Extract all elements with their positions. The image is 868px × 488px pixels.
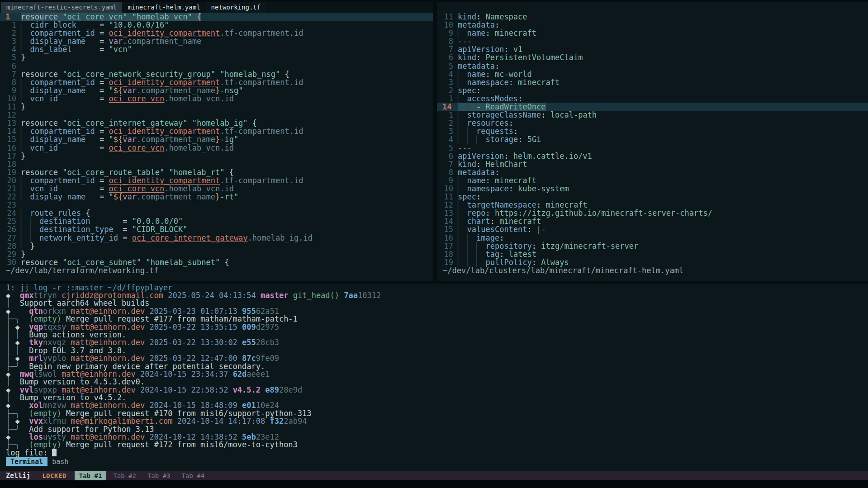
code-line[interactable]: 21▏ vcn_id = oci_core_vcn.homelab_vcn.id [0,185,433,193]
editor-pane-right[interactable]: 11kind: Namespace10metadata:9▏ name: min… [437,2,868,281]
token-df [462,118,467,128]
token-df: = [58,143,109,152]
code-line[interactable]: 1▏ accessModes: [437,95,868,103]
code-line[interactable]: 16▏ ▏ image: [437,234,868,242]
code-line[interactable]: 18 [0,160,433,168]
code-line[interactable]: 7resource "oci_core_network_security_gro… [0,70,433,78]
code-text: kind: HelmChart [458,160,527,168]
line-number: 10 [0,95,16,103]
code-line[interactable]: 10▏ namespace: kube-system [437,185,868,193]
token-key: destination_type [39,225,114,234]
code-line[interactable]: 9▏ display_name = "${var.compartment_nam… [0,86,433,95]
token-mem: .homelab_vcn.id [164,184,234,193]
buffer-tab-minecraft-restic-secrets-yaml[interactable]: minecraft-restic-secrets.yaml [1,2,122,13]
code-line[interactable]: 27▏ ▏ network_entity_id = oci_core_inter… [0,234,433,242]
token-df: : [495,20,499,29]
zellij-tab-2[interactable]: Tab #2 [109,471,141,480]
code-line[interactable]: 2▏ compartment_id = oci_identity_compart… [0,29,433,37]
line-number: 11 [437,13,453,21]
code-line[interactable]: 11spec: [437,193,868,201]
code-line[interactable]: 11} [0,103,433,111]
code-line-current[interactable]: 1resource "oci_core_vcn" "homelab_vcn" { [0,13,433,21]
code-line[interactable]: 4▏ ▏ ▏ storage: 5Gi [437,135,868,143]
shell-prompt-line[interactable]: log file: [6,449,868,457]
buffer-tab-networking-tf[interactable]: networking.tf [206,2,266,13]
code-line[interactable]: 7apiVersion: v1 [437,45,868,53]
code-line[interactable]: 4▏ dns_label = "vcn" [0,45,433,53]
code-line[interactable]: 28▏ } [0,242,433,250]
zellij-tab-1[interactable]: Tab #1 [75,471,107,480]
code-line[interactable]: 15▏ valuesContent: |- [437,225,868,233]
token-df: } [21,53,25,62]
code-line[interactable]: 22▏ display_name = "${var.compartment_na… [0,193,433,201]
code-line[interactable]: 10▏ vcn_id = oci_core_vcn.homelab_vcn.id [0,95,433,103]
code-line[interactable]: 17▏ ▏ ▏ repository: itzg/minecraft-serve… [437,242,868,250]
code-line[interactable]: 2▏ resources: [437,119,868,127]
code-line[interactable]: 8--- [437,37,868,45]
code-line[interactable]: 30resource "oci_core_subnet" "homelab_su… [0,258,433,266]
code-line[interactable]: 19resource "oci_core_route_table" "homel… [0,168,433,176]
code-text: apiVersion: v1 [458,45,522,53]
token-key: namespace [467,78,509,87]
stack-tab-bash[interactable]: bash [47,457,73,466]
code-line[interactable]: 29} [0,250,433,258]
code-line[interactable]: 3▏ ▏ requests: [437,127,868,135]
code-line[interactable]: 12▏ targetNamespace: minecraft [437,201,868,209]
code-line[interactable]: 5} [0,53,433,62]
code-line[interactable]: 23 [0,201,433,209]
code-line[interactable]: 18▏ ▏ ▏ tag: latest [437,250,868,258]
code-line[interactable]: 25▏ ▏ destination = "0.0.0.0/0" [0,217,433,225]
token-df: = [118,233,132,242]
code-line[interactable]: 6 [0,62,433,70]
code-line[interactable]: 16▏ vcn_id = oci_core_vcn.homelab_vcn.id [0,144,433,152]
code-line[interactable]: 13resource "oci_core_internet_gateway" "… [0,119,433,127]
code-line[interactable]: 7kind: HelmChart [437,160,868,168]
code-line[interactable]: 6apiVersion: helm.cattle.io/v1 [437,152,868,160]
code-line[interactable]: 3▏ namespace: minecraft [437,78,868,86]
code-line[interactable]: 19▏ ▏ ▏ pullPolicy: Always [437,258,868,266]
code-line[interactable]: 8metadata: [437,168,868,176]
terminal-pane[interactable]: 1: jj log -r ::master ~/d/ffpyplayer ◆ q… [0,284,868,471]
token-df [462,28,467,38]
code-line[interactable]: 10metadata: [437,21,868,29]
code-line[interactable]: 20▏ compartment_id = oci_identity_compar… [0,176,433,185]
editor-pane-left[interactable]: minecraft-restic-secrets.yamlminecraft-h… [0,2,433,281]
code-line[interactable]: 6kind: PersistentVolumeClaim [437,53,868,62]
code-area-minecraft-helm-yaml[interactable]: 11kind: Namespace10metadata:9▏ name: min… [437,13,868,266]
code-line-current[interactable]: 14▏ ▏ - ReadWriteOnce [437,103,868,111]
line-number: 13 [437,209,453,217]
code-line[interactable]: 11kind: Namespace [437,13,868,21]
code-line[interactable]: 17} [0,152,433,160]
line-number: 7 [437,45,453,53]
token-df [481,242,485,251]
line-number: 6 [437,152,453,160]
code-line[interactable]: 5metadata: [437,62,868,70]
code-line[interactable]: 5--- [437,144,868,152]
code-line[interactable]: 12 [0,111,433,119]
buffer-tab-minecraft-helm-yaml[interactable]: minecraft-helm.yaml [122,2,205,13]
code-line[interactable]: 3▏ display_name = var.compartment_name [0,37,433,45]
code-line[interactable]: 1▏ storageClassName: local-path [437,111,868,119]
code-line[interactable]: 26▏ ▏ destination_type = "CIDR_BLOCK" [0,225,433,233]
token-st: "homelab_rt" [169,168,225,177]
code-line[interactable]: 1▏ cidr_block = "10.0.0.0/16" [0,21,433,29]
code-line[interactable]: 8▏ compartment_id = oci_identity_compart… [0,78,433,86]
token-df: { [248,118,257,128]
token-mem: .tf-compartment.id [220,176,303,185]
code-line[interactable]: 2spec: [437,86,868,95]
code-line[interactable]: 14▏ compartment_id = oci_identity_compar… [0,127,433,135]
zellij-tab-4[interactable]: Tab #4 [177,471,209,480]
code-line[interactable]: 15▏ display_name = "${var.compartment_na… [0,135,433,143]
token-val: minecraft [499,217,541,226]
token-key: name [467,176,486,185]
zellij-tab-3[interactable]: Tab #3 [143,471,175,480]
code-line[interactable]: 14▏ chart: minecraft [437,217,868,225]
code-area-networking-tf[interactable]: 1resource "oci_core_vcn" "homelab_vcn" {… [0,13,433,266]
code-line[interactable]: 24▏ route_rules { [0,209,433,217]
code-line[interactable]: 9▏ name: minecraft [437,29,868,37]
code-line[interactable]: 9▏ name: minecraft [437,176,868,185]
code-line[interactable]: 13▏ repo: https://itzg.github.io/minecra… [437,209,868,217]
stack-tab-terminal[interactable]: Terminal [6,457,47,466]
code-line[interactable]: 4▏ name: mc-world [437,70,868,78]
token-key: image [476,233,499,242]
